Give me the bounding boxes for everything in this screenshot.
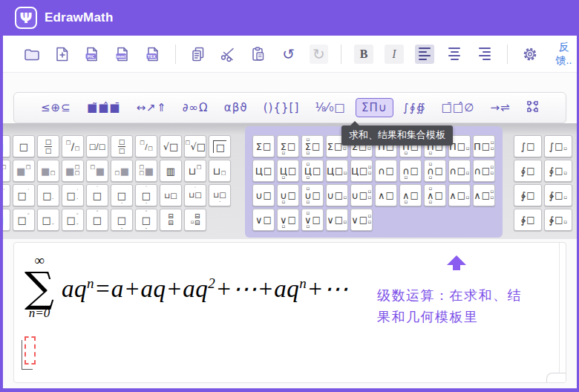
- palette-cell[interactable]: ∳□: [514, 209, 542, 231]
- palette-cell[interactable]: Ц▫□: [277, 160, 299, 182]
- palette-cell[interactable]: ∧□▫: [448, 184, 471, 206]
- palette-cell[interactable]: ∪□: [252, 184, 275, 206]
- palette-cell[interactable]: ■□: [0, 160, 10, 182]
- palette-cell[interactable]: ▫∨▫□: [301, 209, 324, 231]
- tab-brackets[interactable]: (){}[]: [258, 98, 306, 117]
- tab-labeled-arrows[interactable]: →⇌: [484, 98, 516, 117]
- palette-cell[interactable]: ∲□: [514, 184, 542, 206]
- palette-cell[interactable]: Ц□▫: [326, 160, 348, 182]
- empty-input-slot[interactable]: [22, 336, 37, 370]
- palette-cell[interactable]: Π□▫▫: [473, 135, 495, 157]
- palette-cell[interactable]: □˙: [0, 184, 10, 206]
- palette-cell[interactable]: □□■: [135, 160, 157, 182]
- toolbar-export-mml-button[interactable]: mml: [113, 45, 132, 64]
- palette-cell[interactable]: □ˍ: [37, 209, 59, 231]
- palette-cell[interactable]: ˉ□ˍ: [135, 209, 157, 231]
- palette-cell[interactable]: ⊔□: [184, 160, 206, 182]
- tab-sum-product-set[interactable]: ΣΠ∪: [356, 98, 393, 117]
- palette-cell[interactable]: ∩□: [375, 160, 397, 182]
- palette-cell[interactable]: ˉ□: [86, 209, 108, 231]
- palette-cell[interactable]: ▫∪▫□: [301, 184, 324, 206]
- palette-cell[interactable]: ∩□▫: [448, 160, 471, 182]
- palette-cell[interactable]: ■□: [37, 160, 59, 182]
- palette-cell[interactable]: □√□: [184, 135, 206, 157]
- palette-cell[interactable]: □∕□: [62, 135, 84, 157]
- palette-cell[interactable]: ⊔□.: [209, 184, 231, 206]
- palette-cell[interactable]: ■□: [13, 160, 35, 182]
- palette-cell[interactable]: √□: [160, 135, 182, 157]
- palette-cell[interactable]: □∕□: [135, 135, 157, 157]
- palette-cell[interactable]: ⊟⊟: [160, 209, 182, 231]
- palette-cell[interactable]: ∪□▫: [326, 184, 348, 206]
- palette-cell[interactable]: ∮□: [514, 160, 542, 182]
- palette-cell[interactable]: ▫∩▫□: [424, 160, 446, 182]
- palette-cell[interactable]: ∮□▫: [544, 160, 572, 182]
- palette-cell[interactable]: □ˍ: [111, 209, 133, 231]
- palette-cell[interactable]: ∩▫□: [399, 160, 422, 182]
- palette-cell[interactable]: ▫Ц▫□: [301, 160, 324, 182]
- palette-cell[interactable]: □˙.: [62, 184, 84, 206]
- palette-cell[interactable]: ⊔□: [209, 160, 231, 182]
- toolbar-paste-button[interactable]: [249, 45, 268, 64]
- palette-cell[interactable]: ˉ□: [0, 209, 10, 231]
- palette-cell[interactable]: □ˉˍ: [62, 209, 84, 231]
- palette-cell[interactable]: ∧□: [375, 184, 397, 206]
- palette-cell[interactable]: ▫Σ▫□: [301, 135, 324, 157]
- palette-cell[interactable]: □■: [86, 160, 108, 182]
- palette-cell[interactable]: ˙□.: [135, 184, 157, 206]
- tab-relations[interactable]: ≤⊕⊆: [35, 98, 77, 117]
- tab-fractions-scripts[interactable]: ⅛⁄₀□: [310, 98, 352, 117]
- toolbar-align-right-button[interactable]: [475, 45, 494, 64]
- palette-cell[interactable]: ˙⊔□: [184, 184, 206, 206]
- tab-matrix[interactable]: [520, 97, 545, 119]
- palette-cell[interactable]: ∫□: [514, 135, 542, 157]
- palette-cell[interactable]: ∨□: [252, 209, 275, 231]
- palette-cell[interactable]: □□: [37, 135, 59, 157]
- palette-cell[interactable]: □: [209, 135, 231, 157]
- palette-cell[interactable]: ∨□▫: [326, 209, 348, 231]
- palette-cell[interactable]: ▫∧▫□: [424, 184, 446, 206]
- palette-cell[interactable]: ∪□▫▫: [350, 184, 373, 206]
- palette-cell[interactable]: ■□□: [62, 160, 84, 182]
- toolbar-align-center-button[interactable]: [445, 45, 465, 64]
- palette-cell[interactable]: ∧□▫▫: [473, 184, 495, 206]
- palette-cell[interactable]: Ц□▫▫: [350, 160, 373, 182]
- toolbar-export-pic-button[interactable]: PIC: [82, 45, 102, 64]
- toolbar-italic-button[interactable]: I: [385, 45, 404, 64]
- tab-arrows[interactable]: ↔↗⇑: [131, 98, 173, 117]
- palette-cell[interactable]: Σ▫□: [277, 135, 299, 157]
- toolbar-cut-button[interactable]: [218, 45, 238, 64]
- toolbar-undo-button[interactable]: ↺: [279, 45, 298, 64]
- palette-cell[interactable]: ∲□▫: [544, 184, 572, 206]
- palette-cell[interactable]: ▫⊟⊟: [184, 209, 206, 231]
- toolbar-new-button[interactable]: [53, 45, 72, 64]
- tab-misc-symbols[interactable]: ∂∞Ω: [177, 98, 215, 117]
- palette-cell[interactable]: Ц□: [252, 160, 275, 182]
- toolbar-settings-button[interactable]: [520, 45, 540, 64]
- palette-cell[interactable]: □˙: [13, 184, 35, 206]
- toolbar-align-left-button[interactable]: [415, 45, 434, 64]
- palette-cell[interactable]: Σ□: [252, 135, 275, 157]
- toolbar-export-tex-button[interactable]: TEX: [143, 45, 163, 64]
- palette-cell[interactable]: □: [13, 135, 35, 157]
- palette-cell[interactable]: ∳□▫: [544, 209, 572, 231]
- tab-overbars-sets[interactable]: □̄□̂∅: [436, 98, 480, 117]
- toolbar-redo-button[interactable]: ↻: [310, 45, 329, 64]
- palette-cell[interactable]: ∨▫□: [277, 209, 299, 231]
- palette-cell[interactable]: ∨□▫▫: [350, 209, 373, 231]
- toolbar-feedback-button[interactable]: 反馈..: [551, 45, 577, 64]
- palette-cell[interactable]: □.: [111, 184, 133, 206]
- palette-cell[interactable]: □ˉ: [13, 209, 35, 231]
- palette-cell[interactable]: □: [0, 135, 10, 157]
- palette-cell[interactable]: ⊔□: [160, 184, 182, 206]
- palette-cell[interactable]: □.: [37, 184, 59, 206]
- toolbar-open-button[interactable]: [22, 45, 42, 64]
- palette-cell[interactable]: □■: [111, 160, 133, 182]
- tab-integrals[interactable]: ∫∮∯: [397, 98, 431, 117]
- toolbar-bold-button[interactable]: B: [354, 45, 373, 64]
- palette-cell[interactable]: ∫□▫: [544, 135, 572, 157]
- tab-accents[interactable]: ■̃■̂■̄: [81, 98, 127, 117]
- toolbar-copy-button[interactable]: [189, 45, 208, 64]
- palette-cell[interactable]: ▥: [160, 160, 182, 182]
- equation-canvas[interactable]: ∞ ∑ n=0 aqn=a+aq+aq2+⋯+aqn+⋯ 级数运算：在求和、结 …: [13, 242, 566, 383]
